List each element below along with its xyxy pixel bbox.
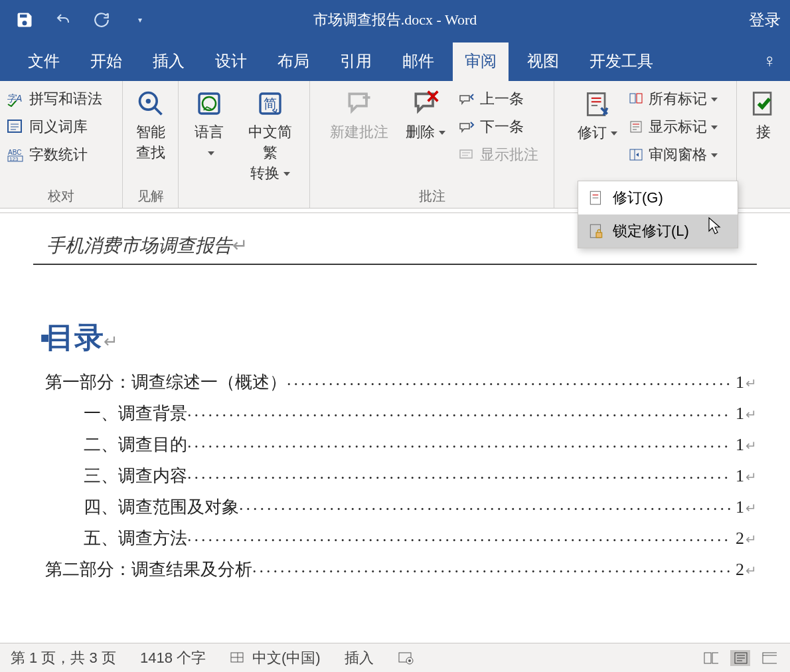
next-comment-icon [459, 120, 476, 134]
toc-entry[interactable]: 五、调查方法 2↵ [84, 527, 757, 550]
tab-view[interactable]: 视图 [515, 42, 571, 81]
svg-rect-1 [8, 120, 21, 132]
menu-item-track-changes[interactable]: 修订(G) [578, 181, 738, 214]
toc-entry[interactable]: 二、调查目的 1↵ [84, 433, 757, 456]
comment-nav: 上一条 下一条 显示批注 [459, 85, 538, 166]
svg-rect-44 [704, 653, 711, 663]
toc-entry[interactable]: 四、调查范围及对象 1↵ [84, 495, 757, 519]
group-label-comments: 批注 [419, 187, 445, 208]
document-area[interactable]: 手机消费市场调查报告↵ ▪目录↵ 第一部分：调查综述一（概述） 1↵一、调查背景… [0, 212, 790, 618]
undo-icon[interactable] [52, 9, 74, 31]
toc-title: ▪目录↵ [40, 318, 757, 357]
statusbar: 第 1 页，共 3 页 1418 个字 中文(中国) 插入 [0, 643, 790, 672]
toc-entry[interactable]: 第一部分：调查综述一（概述） 1↵ [45, 371, 757, 394]
view-web-layout-icon[interactable] [759, 650, 779, 666]
toc-entry[interactable]: 第二部分：调查结果及分析 2↵ [45, 558, 757, 581]
status-word-count[interactable]: 1418 个字 [140, 648, 206, 668]
group-label-proofing: 校对 [48, 187, 74, 208]
document-page: 手机消费市场调查报告↵ ▪目录↵ 第一部分：调查综述一（概述） 1↵一、调查背景… [7, 213, 783, 581]
smart-lookup-button[interactable]: 智能 查找 [131, 85, 171, 166]
display-for-review-dropdown[interactable]: 所有标记 [629, 88, 718, 110]
prev-comment-icon [459, 92, 476, 106]
svg-line-9 [154, 108, 161, 115]
track-changes-button[interactable]: 修订 [573, 85, 622, 147]
view-print-layout-icon[interactable] [730, 650, 750, 666]
svg-point-43 [408, 659, 411, 662]
status-language[interactable]: 中文(中国) [230, 648, 321, 668]
titlebar: ▾ 市场调查报告.docx - Word 登录 [0, 0, 790, 40]
redo-icon[interactable] [90, 9, 113, 31]
compare-icon [629, 92, 645, 106]
customize-qat-icon[interactable]: ▾ [129, 9, 151, 31]
new-comment-icon [343, 88, 375, 120]
tab-mail[interactable]: 邮件 [390, 42, 446, 81]
group-label-language [185, 187, 302, 208]
svg-text:123: 123 [9, 156, 19, 162]
tab-review[interactable]: 审阅 [453, 42, 509, 81]
ribbon-tabs: 文件 开始 插入 设计 布局 引用 邮件 审阅 视图 开发工具 ♀ [0, 40, 790, 81]
group-comments: 新建批注 删除 上一条 下一条 显示批注 [309, 81, 554, 208]
tab-insert[interactable]: 插入 [141, 42, 197, 81]
spelling-grammar-button[interactable]: 字A 拼写和语法 [7, 88, 116, 110]
group-label-insights: 见解 [137, 187, 164, 208]
thesaurus-button[interactable]: 同义词库 [7, 116, 116, 138]
tell-me-icon[interactable]: ♀ [756, 50, 790, 81]
track-changes-icon [582, 88, 613, 120]
previous-comment-button[interactable]: 上一条 [459, 88, 538, 110]
svg-rect-26 [630, 94, 635, 103]
tab-home[interactable]: 开始 [78, 42, 134, 81]
accept-icon [748, 88, 779, 120]
show-markup-dropdown[interactable]: 显示标记 [629, 116, 718, 138]
view-read-mode-icon[interactable] [701, 650, 721, 666]
track-icon [588, 189, 605, 207]
save-icon[interactable] [13, 9, 36, 31]
language-status-icon [230, 651, 246, 665]
svg-rect-27 [637, 94, 642, 103]
svg-rect-45 [712, 653, 718, 663]
tab-references[interactable]: 引用 [328, 42, 384, 81]
status-insert-mode[interactable]: 插入 [345, 648, 374, 668]
word-count-button[interactable]: ABC123 字数统计 [7, 143, 116, 166]
conversion-icon: 简 [254, 88, 286, 120]
next-comment-button[interactable]: 下一条 [459, 116, 538, 138]
svg-point-10 [145, 99, 150, 104]
reviewing-pane-icon [629, 148, 645, 161]
smart-lookup-icon [135, 88, 167, 120]
group-insights: 智能 查找 见解 [123, 81, 179, 208]
track-changes-dropdown: 修订(G) 锁定修订(L) [578, 181, 738, 248]
show-markup-icon [629, 120, 645, 133]
svg-rect-22 [588, 94, 605, 116]
svg-text:简: 简 [264, 96, 277, 111]
show-comments-icon [459, 147, 476, 162]
svg-rect-50 [763, 653, 777, 663]
toc-list: 第一部分：调查综述一（概述） 1↵一、调查背景 1↵二、调查目的 1↵三、调查内… [33, 371, 757, 581]
spelling-icon: 字A [7, 91, 25, 107]
tab-file[interactable]: 文件 [16, 42, 72, 81]
login-button[interactable]: 登录 [749, 9, 790, 31]
language-button[interactable]: 语言 [185, 85, 232, 166]
thesaurus-icon [7, 119, 25, 135]
accept-button[interactable]: 接 [744, 85, 783, 145]
status-macro-icon[interactable] [398, 651, 414, 665]
reviewing-pane-dropdown[interactable]: 审阅窗格 [629, 143, 718, 166]
toc-entry[interactable]: 三、调查内容 1↵ [84, 464, 757, 487]
toc-entry[interactable]: 一、调查背景 1↵ [84, 402, 757, 425]
quick-access-toolbar: ▾ [0, 9, 151, 31]
new-comment-button: 新建批注 [326, 85, 392, 145]
menu-item-lock-tracking[interactable]: 锁定修订(L) [578, 214, 738, 248]
lock-icon [588, 222, 605, 240]
language-icon [193, 88, 225, 120]
svg-rect-39 [596, 232, 602, 238]
tracking-options: 所有标记 显示标记 审阅窗格 [629, 85, 718, 166]
delete-comment-icon [410, 88, 441, 120]
header-rule [33, 264, 757, 265]
group-proofing: 字A 拼写和语法 同义词库 ABC123 字数统计 校对 [0, 81, 123, 208]
status-page-info[interactable]: 第 1 页，共 3 页 [11, 648, 116, 668]
tab-design[interactable]: 设计 [203, 42, 259, 81]
svg-rect-19 [460, 150, 472, 158]
group-changes: 接 [737, 81, 790, 208]
delete-comment-button[interactable]: 删除 [402, 85, 449, 145]
chinese-conversion-button[interactable]: 简 中文简繁 转换 [238, 85, 303, 186]
tab-developer[interactable]: 开发工具 [578, 42, 665, 81]
tab-layout[interactable]: 布局 [266, 42, 321, 81]
